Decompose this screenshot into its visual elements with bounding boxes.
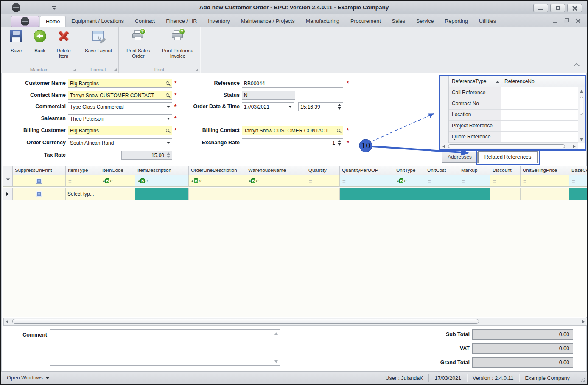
data-cell-itemcode[interactable] xyxy=(100,188,135,200)
search-icon[interactable] xyxy=(166,129,169,132)
data-cell-unittype[interactable] xyxy=(394,188,425,200)
exchange-rate-spinner[interactable]: 1 xyxy=(242,138,343,147)
data-cell-quantityperuop[interactable] xyxy=(340,188,394,200)
reference-no-cell[interactable] xyxy=(501,87,578,98)
equals-filter-icon[interactable]: = xyxy=(428,178,431,184)
abc-filter-icon[interactable]: ABC xyxy=(191,178,201,183)
ribbon-tab-contract[interactable]: Contract xyxy=(129,16,160,27)
filter-cell-warehousename[interactable]: ABC xyxy=(246,175,306,187)
open-windows-button[interactable]: Open Windows xyxy=(7,375,49,381)
reference-no-cell[interactable] xyxy=(501,110,578,120)
checkbox[interactable] xyxy=(36,178,42,184)
resize-grip[interactable] xyxy=(580,377,585,382)
column-header-referenceno[interactable]: ReferenceNo xyxy=(501,76,585,87)
billing-contact-input[interactable]: Tarryn Snow CUSTOMER CONTACT xyxy=(242,126,343,135)
ribbon-tab-sales[interactable]: Sales xyxy=(386,16,411,27)
column-header-itemdescription[interactable]: ItemDescription xyxy=(135,166,189,175)
column-header-itemcode[interactable]: ItemCode xyxy=(100,166,135,175)
ribbon-tab-procurement[interactable]: Procurement xyxy=(345,16,386,27)
reference-row-location[interactable]: Location xyxy=(449,110,578,121)
tab-addresses[interactable]: Addresses xyxy=(442,152,478,163)
reference-horizontal-scrollbar[interactable] xyxy=(440,143,578,149)
scroll-up-icon[interactable] xyxy=(580,90,583,93)
equals-filter-icon[interactable]: = xyxy=(342,178,346,184)
maximize-button[interactable] xyxy=(550,4,565,12)
filter-cell-discount[interactable]: = xyxy=(490,175,521,187)
column-header-quantity[interactable]: Quantity xyxy=(306,166,340,175)
comment-input[interactable] xyxy=(50,330,280,365)
salesman-dropdown[interactable]: Theo Peterson xyxy=(68,114,172,123)
reference-row-call-reference[interactable]: Call Reference xyxy=(449,87,578,98)
column-header-discount[interactable]: Discount xyxy=(490,166,521,175)
filter-cell-itemdescription[interactable]: ABC xyxy=(135,175,189,187)
ribbon-tab-utilities[interactable]: Utilities xyxy=(473,16,501,27)
column-header-warehousename[interactable]: WarehouseName xyxy=(246,166,306,175)
spinner-icon[interactable] xyxy=(338,140,341,146)
reference-row-project-reference[interactable]: Project Reference xyxy=(449,121,578,132)
scroll-up-icon[interactable] xyxy=(274,332,278,335)
filter-cell-quantity[interactable]: = xyxy=(306,175,340,187)
scroll-left-icon[interactable] xyxy=(442,145,445,148)
collapse-ribbon-icon[interactable] xyxy=(574,63,580,69)
save-button[interactable]: Save xyxy=(5,30,27,53)
print-sales-order-button[interactable]: ? Print Sales Order xyxy=(121,30,155,59)
data-cell-warehousename[interactable] xyxy=(246,188,306,200)
column-header-orderlinedescription[interactable]: OrderLineDescription xyxy=(189,166,246,175)
abc-filter-icon[interactable]: ABC xyxy=(397,178,406,183)
reference-row-quote-reference[interactable]: Quote Reference xyxy=(449,132,578,143)
dialog-launcher-icon[interactable] xyxy=(73,68,76,71)
search-icon[interactable] xyxy=(166,81,169,85)
mdi-restore-icon[interactable] xyxy=(564,18,569,23)
chevron-down-icon[interactable] xyxy=(167,118,170,120)
data-cell-discount[interactable] xyxy=(490,188,521,200)
search-icon[interactable] xyxy=(337,129,340,132)
data-cell-orderlinedescription[interactable] xyxy=(189,188,246,200)
filter-cell-markup[interactable]: = xyxy=(459,175,490,187)
ribbon-tab-inventory[interactable]: Inventory xyxy=(202,16,235,27)
search-icon[interactable] xyxy=(166,93,169,97)
ribbon-tab-home[interactable]: Home xyxy=(40,16,66,27)
scrollbar-thumb[interactable] xyxy=(12,319,479,324)
column-header-itemtype[interactable]: ItemType xyxy=(66,166,100,175)
mdi-minimize-icon[interactable] xyxy=(553,22,557,23)
equals-filter-icon[interactable]: = xyxy=(493,178,496,184)
column-header-referencetype[interactable]: ReferenceType xyxy=(449,76,501,87)
column-header-basecost[interactable]: BaseCost xyxy=(569,166,587,175)
reference-row-contract-no[interactable]: Contract No xyxy=(449,98,578,110)
print-proforma-invoice-button[interactable]: ? Print Proforma Invoice xyxy=(158,30,198,59)
filter-cell-unitcost[interactable]: = xyxy=(425,175,459,187)
contact-name-input[interactable]: Tarryn Snow CUSTOMER CONTACT xyxy=(68,91,172,100)
ribbon-tab-service[interactable]: Service xyxy=(411,16,440,27)
filter-cell-orderlinedescription[interactable]: ABC xyxy=(189,175,246,187)
order-date-dropdown[interactable]: 17/03/2021 xyxy=(242,102,294,111)
chevron-down-icon[interactable] xyxy=(167,142,170,144)
ribbon-tab-reporting[interactable]: Reporting xyxy=(440,16,473,27)
data-cell-quantity[interactable] xyxy=(306,188,340,200)
customer-name-input[interactable]: Big Bargains xyxy=(68,79,172,88)
scroll-down-icon[interactable] xyxy=(274,360,278,363)
scrollbar-thumb[interactable] xyxy=(448,144,565,148)
reference-input[interactable]: BB00044 xyxy=(242,79,343,88)
abc-filter-icon[interactable]: ABC xyxy=(138,178,148,183)
filter-cell-suppressonprint[interactable] xyxy=(13,175,66,187)
data-cell-itemdescription[interactable] xyxy=(135,188,189,200)
column-header-unitsellingprice[interactable]: UnitSellingPrice xyxy=(521,166,569,175)
scrollbar-thumb[interactable] xyxy=(580,97,583,115)
delete-item-button[interactable]: Delete Item xyxy=(52,30,76,59)
commercial-dropdown[interactable]: Type Class Commercial xyxy=(68,102,172,111)
scroll-left-icon[interactable] xyxy=(6,320,8,323)
abc-filter-icon[interactable]: ABC xyxy=(103,178,112,183)
back-button[interactable]: Back xyxy=(29,30,51,53)
chevron-down-icon[interactable] xyxy=(288,106,292,108)
scroll-down-icon[interactable] xyxy=(580,138,583,141)
data-cell-basecost[interactable] xyxy=(569,188,587,200)
chevron-down-icon[interactable] xyxy=(167,106,170,108)
grid-horizontal-scrollbar[interactable] xyxy=(3,318,587,326)
ribbon-tab-equipment-locations[interactable]: Equipment / Locations xyxy=(66,16,129,27)
abc-filter-icon[interactable]: ABC xyxy=(249,178,258,183)
billing-customer-input[interactable]: Big Bargains xyxy=(68,126,172,135)
filter-cell-basecost[interactable]: = xyxy=(569,175,587,187)
close-button[interactable] xyxy=(567,4,582,12)
order-time-spinner[interactable]: 15:16:39 xyxy=(298,102,343,111)
column-header-markup[interactable]: Markup xyxy=(459,166,490,175)
